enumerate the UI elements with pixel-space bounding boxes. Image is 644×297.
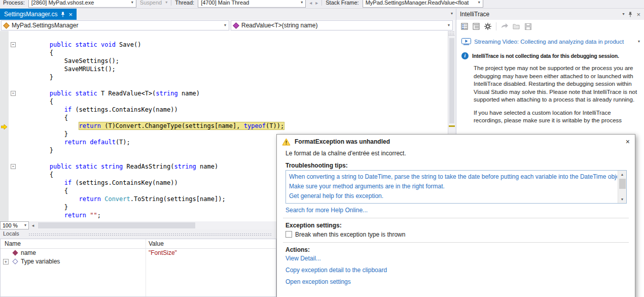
tip-row: Get general help for this exception. (286, 191, 617, 201)
code-token: name) (178, 90, 200, 97)
chevron-down-icon: ▾ (478, 1, 480, 5)
locals-window: Locals Name Value name"FontSize"+Type va… (0, 229, 277, 297)
code-token: { (20, 187, 68, 194)
code-token: return (79, 122, 101, 129)
settings-gear-icon[interactable] (484, 23, 491, 30)
intellitrace-title: IntelliTrace (460, 11, 489, 18)
close-icon[interactable]: × (626, 138, 630, 145)
intellitrace-paragraph: The project type may not be supported or… (474, 64, 640, 104)
process-combo[interactable]: [2860] MyPad.vshost.exe ▾ (28, 0, 136, 8)
search-help-online-link[interactable]: Search for more Help Online... (285, 207, 635, 214)
stack-frame-label: Stack Frame: (326, 0, 359, 8)
code-token: string (174, 163, 196, 170)
tip-link[interactable]: When converting a string to DateTime, pa… (289, 173, 617, 180)
code-token: Convert (104, 195, 130, 203)
locals-row[interactable]: name"FontSize" (1, 249, 276, 257)
thread-combo[interactable]: [4700] Main Thread ▾ (198, 0, 306, 8)
code-token: return (79, 195, 101, 203)
column-header-value[interactable]: Value (149, 240, 164, 247)
thread-value: [4700] Main Thread (201, 0, 249, 6)
tip-link[interactable]: Get general help for this exception. (289, 192, 383, 200)
intellitrace-title-bar[interactable]: IntelliTrace ▾ × (456, 9, 644, 20)
step-arrow-icon[interactable] (501, 23, 508, 29)
open-log-folder-icon[interactable] (513, 23, 520, 29)
thread-label: Thread: (175, 0, 194, 8)
type-dropdown[interactable]: MyPad.SettingsManager ▾ (1, 20, 229, 30)
checkbox-box[interactable] (285, 231, 292, 238)
member-dropdown[interactable]: ReadValue<T>(string name) ▾ (231, 20, 453, 30)
code-token: } (20, 147, 53, 154)
scrollbar-thumb[interactable] (619, 179, 626, 189)
streaming-video-link[interactable]: Streaming Video: Collecting and analyzin… (474, 39, 635, 45)
pin-icon[interactable] (61, 12, 65, 17)
exception-title: FormatException was unhandled (295, 138, 390, 145)
zoom-dropdown[interactable]: 100 % ▾ (0, 221, 29, 229)
action-link[interactable]: View Detail... (285, 255, 635, 262)
next-frame-icon[interactable]: ▸ (315, 0, 318, 8)
scroll-down-icon[interactable]: ▼ (618, 195, 626, 203)
close-icon[interactable]: × (636, 11, 640, 18)
action-link[interactable]: Copy exception detail to the clipboard (285, 267, 635, 274)
scroll-left-icon[interactable]: ◂ (29, 223, 37, 228)
type-name: MyPad.SettingsManager (12, 22, 78, 29)
code-token: SaveSettings(); (20, 57, 119, 64)
locals-grid: Name Value name"FontSize"+Type variables (0, 239, 276, 297)
code-token: (T)Convert.ChangeType(settings[name], (101, 122, 244, 129)
document-list-chevron-icon[interactable]: ▾ (451, 12, 453, 16)
code-line (0, 81, 448, 89)
exception-message: Le format de la chaîne d'entrée est inco… (285, 150, 635, 157)
expand-toggle-icon[interactable]: + (3, 259, 9, 265)
code-token: { (20, 49, 53, 56)
actions-label: Actions: (285, 246, 635, 253)
action-link[interactable]: Open exception settings (285, 278, 635, 285)
code-line: SaveSettings(); (0, 57, 448, 65)
window-menu-chevron-icon[interactable]: ▾ (622, 12, 624, 16)
fold-toggle-icon[interactable]: − (11, 91, 16, 96)
current-statement-highlight: return (T)Convert.ChangeType(settings[na… (79, 122, 284, 129)
previous-frame-icon[interactable]: ◂ (309, 0, 312, 8)
tip-link[interactable]: Make sure your method arguments are in t… (289, 183, 445, 190)
stack-frame-combo[interactable]: MyPad.SettingsManager.ReadValue<float ▾ (363, 0, 483, 8)
column-header-name[interactable]: Name (5, 240, 21, 247)
tab-settingsmanager-cs[interactable]: SettingsManager.cs × (0, 9, 77, 20)
locals-title-bar[interactable]: Locals (0, 229, 277, 239)
code-token: (settings.ContainsKey(name)) (71, 179, 178, 186)
pin-icon[interactable] (628, 12, 632, 17)
tips-scrollbar[interactable]: ▲ ▼ (618, 171, 626, 203)
field-icon (12, 250, 18, 255)
fold-toggle-icon[interactable]: − (11, 164, 16, 169)
break-on-exception-checkbox[interactable]: Break when this exception type is thrown (285, 230, 635, 238)
vs-debugger-window: Process: [2860] MyPad.vshost.exe ▾ Suspe… (0, 0, 644, 297)
process-value: [2860] MyPad.vshost.exe (31, 0, 94, 6)
variable-value: "FontSize" (149, 249, 177, 256)
scrollbar-thumb[interactable] (449, 38, 454, 123)
chevron-down-icon[interactable]: ▾ (638, 40, 640, 44)
suspend-button[interactable]: Suspend (140, 0, 162, 8)
exception-settings-label: Exception settings: (285, 222, 635, 229)
code-token (20, 90, 50, 97)
scroll-up-icon[interactable]: ▲ (618, 171, 626, 178)
code-line: if (settings.ContainsKey(name)) (0, 106, 448, 114)
code-token (20, 179, 64, 186)
code-line: { (0, 97, 448, 106)
locals-row[interactable]: +Type variables (1, 257, 276, 266)
chevron-down-icon: ▾ (165, 0, 167, 8)
close-icon[interactable]: × (68, 11, 73, 18)
code-token: static (75, 90, 97, 97)
fold-toggle-icon[interactable]: − (11, 42, 16, 47)
calls-view-icon[interactable] (473, 23, 480, 30)
tip-row: When converting a string to DateTime, pa… (286, 172, 617, 182)
troubleshooting-tips-label: Troubleshooting tips: (285, 162, 635, 169)
code-token: (T)); (266, 122, 284, 129)
scrollbar-thumb[interactable] (38, 222, 195, 228)
code-token (20, 41, 50, 48)
troubleshooting-tips-list: When converting a string to DateTime, pa… (285, 170, 627, 204)
code-token: (T); (116, 139, 130, 146)
splitter-grip[interactable] (448, 31, 455, 36)
code-token: typeof (244, 122, 266, 129)
current-line-marker (449, 125, 455, 127)
title-grip (28, 233, 272, 236)
save-log-icon[interactable] (525, 23, 531, 30)
events-list-icon[interactable] (461, 23, 468, 30)
chevron-down-icon: ▾ (301, 1, 303, 5)
